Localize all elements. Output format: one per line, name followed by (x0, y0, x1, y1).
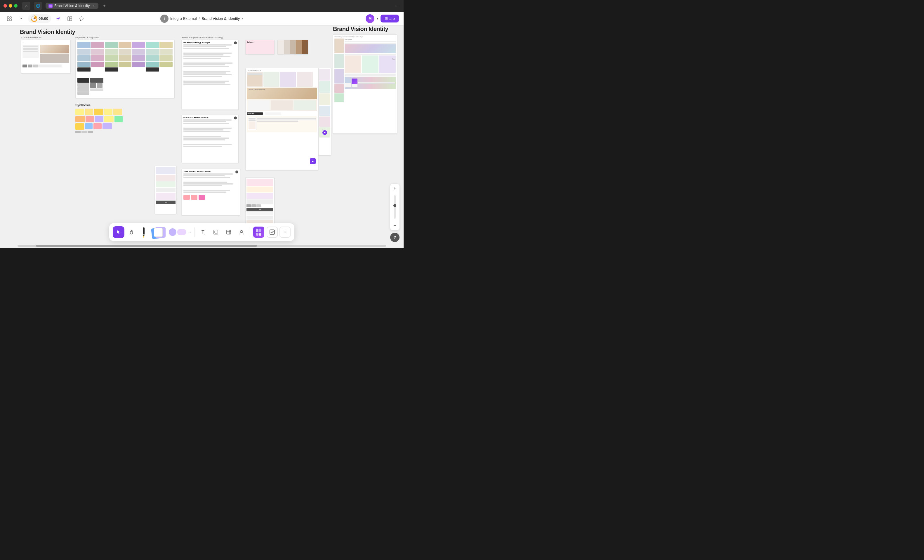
frame-translating-vision[interactable]: Translating vision and identity to Sales… (333, 34, 397, 134)
svg-rect-2 (10, 16, 11, 18)
bottom-toolbar: → T • (109, 223, 294, 241)
scrollbar-thumb[interactable] (36, 245, 257, 247)
tab-title: Brand Vision & Identity (54, 4, 90, 8)
help-button[interactable]: ? (390, 233, 399, 242)
svg-rect-0 (50, 4, 52, 7)
zoom-track[interactable] (394, 195, 396, 219)
share-button[interactable]: Share (381, 15, 399, 22)
frame-compatibility-products[interactable]: CompatibilityProducts I want last 30 day… (245, 68, 318, 170)
card-brand-colors[interactable] (278, 40, 308, 54)
breadcrumb-separator: / (199, 16, 200, 21)
frame-wireframe-small[interactable]: SSI (155, 166, 177, 214)
frame-label-inspiration: Inspiration & Alignment (75, 36, 99, 39)
timer-display: 05:00 (39, 16, 48, 21)
canvas-big-label-2: Brand Vision Identity (333, 26, 388, 32)
card-product-vision-2024[interactable]: 2023-2024ish Product Vision (182, 169, 240, 216)
titlebar: ⌂ 🌐 Brand Vision & Identity × + ··· (0, 0, 404, 12)
timer-button[interactable]: 05:00 (28, 14, 51, 23)
svg-point-10 (80, 16, 83, 20)
traffic-lights (3, 4, 18, 7)
tools-button[interactable] (4, 14, 14, 23)
canvas-big-label-1: Brand Vision Identity (20, 28, 75, 35)
card-rebrand-strategy[interactable]: Re-Brand Strategy Example (182, 40, 238, 110)
chat-button[interactable] (77, 14, 86, 23)
close-window-button[interactable] (3, 4, 7, 7)
frame-label-brand-vision: Brand and product future vision strategy (182, 36, 223, 39)
shapes-tool-button[interactable]: → (169, 226, 192, 238)
pencil-tool-button[interactable] (138, 226, 149, 238)
svg-rect-1 (7, 16, 9, 18)
svg-rect-8 (70, 16, 72, 18)
horizontal-scrollbar[interactable] (18, 245, 386, 247)
layout-button[interactable] (65, 14, 75, 23)
frame-inspiration[interactable] (75, 40, 175, 98)
avatar-dropdown-arrow[interactable]: ▾ (377, 17, 378, 20)
svg-rect-13 (143, 234, 144, 235)
synthesis-cluster[interactable]: Synthesis (75, 102, 134, 130)
frame-label-current-brand: Current Brand Book (21, 36, 42, 39)
svg-point-21 (241, 231, 242, 232)
zoom-in-button[interactable]: + (390, 184, 399, 193)
card-colours[interactable]: Colours (245, 40, 274, 54)
frame-product-side[interactable]: SSI (245, 178, 274, 227)
active-tab[interactable]: Brand Vision & Identity × (45, 3, 98, 9)
card-north-star[interactable]: North Star Product Vision (182, 115, 238, 163)
svg-rect-3 (7, 19, 9, 21)
hand-tool-button[interactable] (126, 226, 137, 238)
svg-rect-9 (70, 19, 72, 21)
toolbar: ▾ 05:00 (0, 12, 404, 26)
svg-rect-15 (214, 231, 217, 233)
tab-favicon (48, 4, 52, 8)
toolbar-separator-2 (250, 228, 250, 237)
canvas-area[interactable]: Brand Vision Identity Current Brand Book… (0, 26, 404, 248)
frame-current-brand-book[interactable]: — (21, 40, 70, 73)
connect-tool-button[interactable] (236, 226, 248, 238)
tab-close-button[interactable]: × (92, 4, 96, 8)
tasks-button[interactable] (266, 226, 278, 238)
breadcrumb-page[interactable]: Brand Vision & Identity (201, 16, 240, 21)
table-tool-button[interactable] (223, 226, 234, 238)
svg-rect-4 (10, 19, 11, 21)
svg-rect-7 (68, 16, 69, 21)
avatar-initials: M (369, 16, 372, 21)
svg-point-6 (34, 18, 35, 19)
templates-button[interactable] (252, 226, 265, 238)
zoom-out-button[interactable]: − (390, 221, 399, 231)
frame-tool-button[interactable] (210, 226, 222, 238)
svg-marker-12 (143, 236, 144, 238)
breadcrumb-dropdown-icon[interactable]: ▾ (242, 16, 243, 21)
ai-button[interactable] (54, 14, 63, 23)
tools-dropdown-button[interactable]: ▾ (16, 14, 26, 23)
maximize-window-button[interactable] (14, 4, 18, 7)
zoom-thumb[interactable] (393, 204, 396, 207)
timer-icon (31, 15, 38, 22)
home-button[interactable]: ⌂ (22, 2, 30, 10)
workspace-avatar: I (160, 15, 168, 23)
svg-rect-14 (214, 230, 218, 234)
user-avatar[interactable]: M (366, 14, 374, 23)
text-tool-button[interactable]: T • (197, 226, 209, 238)
globe-button[interactable]: 🌐 (34, 2, 42, 10)
minimize-window-button[interactable] (9, 4, 12, 7)
toolbar-left: ▾ 05:00 (4, 14, 158, 23)
titlebar-menu-button[interactable]: ··· (394, 3, 400, 9)
select-tool-button[interactable] (113, 226, 124, 238)
sticky-notes-tool-button[interactable] (150, 226, 168, 238)
new-tab-button[interactable]: + (101, 2, 108, 9)
frame-mobile-screens[interactable]: ▶ (318, 68, 331, 156)
breadcrumb-workspace[interactable]: Integra External (170, 16, 197, 21)
breadcrumb: I Integra External / Brand Vision & Iden… (160, 15, 243, 23)
synthesis-label: Synthesis (75, 103, 90, 107)
toolbar-right: M ▾ Share (246, 14, 399, 23)
more-tools-button[interactable]: + (279, 226, 291, 238)
svg-rect-16 (226, 230, 231, 234)
zoom-controls: + − (390, 184, 399, 231)
